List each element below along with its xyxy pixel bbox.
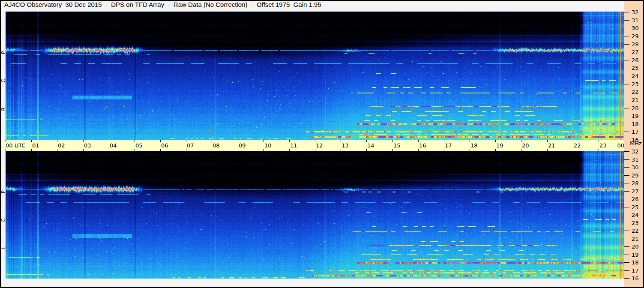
freq-tick xyxy=(624,44,629,45)
freq-tick xyxy=(624,151,629,152)
freq-tick xyxy=(624,28,629,28)
freq-tick-label: 22 xyxy=(632,89,639,95)
time-tick-label: 08 xyxy=(213,142,220,149)
time-tick xyxy=(547,140,548,142)
freq-tick-label: 24 xyxy=(632,212,639,218)
time-tick-label: 22 xyxy=(574,142,581,149)
freq-tick xyxy=(624,20,629,21)
freq-tick-label: 19 xyxy=(632,113,639,119)
freq-tick xyxy=(624,12,629,12)
freq-tick xyxy=(624,108,629,108)
time-tick-label: 15 xyxy=(393,142,401,149)
freq-tick-label: 27 xyxy=(632,188,639,194)
time-tick xyxy=(264,140,264,142)
freq-tick-label: 19 xyxy=(632,252,639,258)
freq-tick-label: 23 xyxy=(632,220,639,226)
time-tick-label: 20 xyxy=(522,142,529,149)
freq-tick-label: 24 xyxy=(632,73,639,79)
freq-tick xyxy=(624,246,629,247)
time-axis: 00 UTC0102030405060708091011121314151617… xyxy=(1,140,624,151)
time-tick xyxy=(57,140,57,142)
freq-tick-label: 29 xyxy=(632,172,639,178)
freq-tick-label: 29 xyxy=(632,33,639,39)
freq-tick xyxy=(624,239,629,239)
time-tick-label: 11 xyxy=(290,142,297,149)
freq-tick-label: 18 xyxy=(632,121,639,127)
freq-tick xyxy=(624,76,629,76)
spectrogram-rcp-canvas xyxy=(6,12,624,140)
time-tick-label: 00 xyxy=(617,142,624,149)
freq-tick-label: 26 xyxy=(632,196,639,202)
freq-tick xyxy=(624,68,629,68)
time-tick xyxy=(31,140,32,142)
time-tick xyxy=(109,140,109,142)
freq-tick xyxy=(624,255,629,255)
app-window: AJ4CO Observatory 30 Dec 2015 - DPS on T… xyxy=(0,0,644,288)
freq-tick-label: 21 xyxy=(632,97,639,103)
freq-tick xyxy=(624,60,629,60)
time-tick-label: 16 xyxy=(419,142,426,149)
time-tick-label: 04 xyxy=(110,142,117,149)
time-tick-label: 19 xyxy=(496,142,503,149)
time-tick-label: 12 xyxy=(316,142,323,149)
time-tick xyxy=(470,140,470,142)
time-tick xyxy=(160,140,161,142)
freq-tick xyxy=(624,262,629,263)
freq-tick xyxy=(624,52,629,52)
freq-tick xyxy=(624,231,629,231)
freq-tick-label: 21 xyxy=(632,236,639,242)
freq-tick-label: 17 xyxy=(632,267,639,273)
time-tick-label: 10 xyxy=(264,142,272,149)
freq-tick-label: 16 xyxy=(632,275,639,281)
freq-tick xyxy=(624,183,629,183)
freq-tick xyxy=(624,140,629,140)
time-tick xyxy=(212,140,212,142)
time-tick xyxy=(495,140,496,142)
freq-tick-label: 27 xyxy=(632,49,639,55)
freq-tick xyxy=(624,199,629,199)
time-tick-label: 23 xyxy=(599,142,607,149)
page-title: AJ4CO Observatory 30 Dec 2015 - DPS on T… xyxy=(4,1,321,12)
time-tick-label: 17 xyxy=(445,142,452,149)
time-tick xyxy=(289,140,290,142)
freq-tick-label: 28 xyxy=(632,180,639,186)
rcp-panel-label: R C P xyxy=(1,12,6,140)
freq-tick xyxy=(624,191,629,192)
freq-tick-label: 18 xyxy=(632,259,639,265)
freq-tick-label: 30 xyxy=(632,164,639,170)
time-tick-label: 14 xyxy=(367,142,374,149)
time-tick-label: 03 xyxy=(84,142,91,149)
freq-tick-label: 26 xyxy=(632,57,639,63)
freq-tick xyxy=(624,124,629,124)
time-tick-label: 07 xyxy=(187,142,194,149)
freq-tick-label: 17 xyxy=(632,129,639,135)
time-tick xyxy=(83,140,84,142)
freq-scale: MHz 323130292827262524232221201918171632… xyxy=(624,1,643,287)
time-tick-label: 01 xyxy=(32,142,39,149)
title-bar: AJ4CO Observatory 30 Dec 2015 - DPS on T… xyxy=(1,1,624,12)
freq-tick xyxy=(624,92,629,92)
freq-tick xyxy=(624,36,629,36)
time-tick xyxy=(392,140,393,142)
freq-tick-label: 28 xyxy=(632,41,639,47)
freq-tick-label: 16 xyxy=(632,137,639,143)
freq-tick xyxy=(624,159,629,160)
time-tick xyxy=(315,140,315,142)
freq-tick-label: 20 xyxy=(632,243,639,249)
time-tick xyxy=(366,140,367,142)
time-tick xyxy=(238,140,238,142)
freq-tick-label: 31 xyxy=(632,17,639,23)
freq-tick xyxy=(624,215,629,215)
time-tick-label: 02 xyxy=(58,142,65,149)
time-tick xyxy=(186,140,186,142)
time-tick xyxy=(521,140,521,142)
freq-tick-label: 25 xyxy=(632,204,639,210)
freq-tick-label: 20 xyxy=(632,105,639,111)
freq-tick xyxy=(624,100,629,100)
freq-tick xyxy=(624,278,629,279)
spectrogram-lcp-canvas xyxy=(6,151,624,279)
time-tick-label: 00 UTC xyxy=(6,142,25,149)
time-tick-label: 21 xyxy=(548,142,555,149)
freq-tick-label: 23 xyxy=(632,81,639,87)
time-tick-label: 09 xyxy=(239,142,246,149)
